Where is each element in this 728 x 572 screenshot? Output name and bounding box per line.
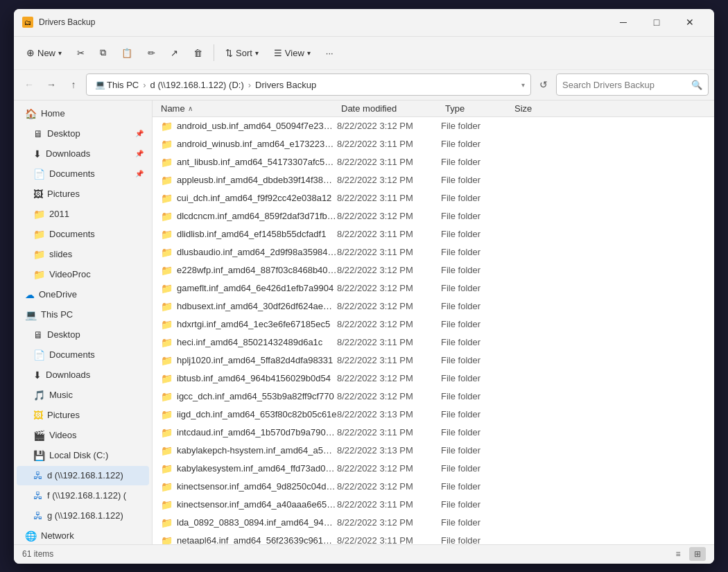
table-row[interactable]: 📁 hdxrtgi.inf_amd64_1ec3e6fe67185ec5 8/2… [153, 315, 714, 333]
sidebar-item-drive-g[interactable]: 🖧 g (\\192.168.1.122) [17, 506, 149, 526]
sidebar-item-drive-f[interactable]: 🖧 f (\\192.168.1.122) ( [17, 486, 149, 505]
table-row[interactable]: 📁 dlidlisb.inf_amd64_ef1458b55dcfadf1 8/… [153, 225, 714, 243]
list-view-button[interactable]: ≡ [670, 547, 686, 561]
file-area: Name ∧ Date modified Type Size 📁 android… [153, 101, 714, 544]
col-header-name[interactable]: Name ∧ [161, 103, 341, 114]
folder-icon: 📁 [161, 121, 173, 132]
sidebar-item-documents3[interactable]: 📄 Documents [17, 345, 149, 365]
table-row[interactable]: 📁 kabylakesystem.inf_amd64_ffd73ad02ace.… [153, 460, 714, 478]
table-row[interactable]: 📁 iigd_dch.inf_amd64_653f80c82b05c61e 8/… [153, 406, 714, 424]
sidebar-item-home[interactable]: 🏠 Home [17, 104, 149, 123]
search-input[interactable] [562, 80, 687, 90]
close-button[interactable]: ✕ [674, 12, 706, 33]
file-name-text: hplj1020.inf_amd64_5ffa82d4dfa98331 [177, 355, 333, 365]
table-row[interactable]: 📁 android_usb.inf_amd64_05094f7e231a9498… [153, 117, 714, 135]
view-button[interactable]: ☰ View ▾ [267, 40, 318, 65]
folder-icon: 📁 [161, 427, 173, 438]
window: 🗂 Drivers Backup ─ □ ✕ ⊕ New ▾ ✂ ⧉ 📋 ✏ ↗ [14, 9, 714, 564]
sort-button[interactable]: ⇅ Sort ▾ [218, 40, 266, 65]
sidebar-item-network[interactable]: 🌐 Network [17, 526, 149, 544]
rename-button[interactable]: ✏ [141, 40, 162, 65]
file-modified: 8/22/2022 3:13 PM [337, 445, 441, 456]
col-header-size[interactable]: Size [514, 103, 570, 114]
copy-button[interactable]: ⧉ [93, 40, 113, 65]
table-row[interactable]: 📁 ibtusb.inf_amd64_964b4156029b0d54 8/22… [153, 370, 714, 388]
path-drive[interactable]: d (\\192.168.1.122) (D:) [148, 78, 247, 92]
sidebar-item-downloads[interactable]: ⬇ Downloads 📌 [17, 144, 149, 164]
sidebar-item-music[interactable]: 🎵 Music [17, 385, 149, 405]
file-modified: 8/22/2022 3:12 PM [337, 283, 441, 293]
cut-button[interactable]: ✂ [70, 40, 92, 65]
sidebar-item-thispc[interactable]: 💻 This PC [17, 305, 149, 324]
table-row[interactable]: 📁 gameflt.inf_amd64_6e426d1efb7a9904 8/2… [153, 279, 714, 297]
sidebar-item-slides[interactable]: 📁 slides [17, 245, 149, 264]
table-row[interactable]: 📁 dlusbaudio.inf_amd64_2d9f98a3598415d1 … [153, 243, 714, 261]
col-header-modified[interactable]: Date modified [341, 103, 445, 114]
sidebar-item-desktop2[interactable]: 🖥 Desktop [17, 325, 149, 345]
folder-icon: 📁 [161, 175, 173, 186]
sidebar-item-2011[interactable]: 📁 2011 [17, 205, 149, 224]
address-path[interactable]: 💻 This PC › d (\\192.168.1.122) (D:) › D… [86, 73, 531, 96]
table-row[interactable]: 📁 lda_0892_0883_0894.inf_amd64_94a0365a.… [153, 514, 714, 532]
view-chevron-icon: ▾ [307, 49, 311, 57]
table-row[interactable]: 📁 kinectsensor.inf_amd64_a40aaa6e65a78ed… [153, 496, 714, 514]
sidebar-item-videoproc[interactable]: 📁 VideoProc [17, 265, 149, 284]
table-row[interactable]: 📁 android_winusb.inf_amd64_e173223db66..… [153, 135, 714, 153]
folder-icon: 📁 [161, 139, 173, 150]
sidebar-item-desktop[interactable]: 🖥 Desktop 📌 [17, 124, 149, 144]
table-row[interactable]: 📁 e228wfp.inf_amd64_887f03c8468b40dd 8/2… [153, 261, 714, 279]
sidebar-item-downloads2[interactable]: ⬇ Downloads [17, 365, 149, 385]
videos-icon: 🎬 [33, 430, 45, 441]
details-view-button[interactable]: ⊞ [689, 547, 706, 561]
table-row[interactable]: 📁 heci.inf_amd64_85021432489d6a1c 8/22/2… [153, 333, 714, 352]
col-header-type[interactable]: Type [445, 103, 514, 114]
sidebar-thispc-label: This PC [41, 309, 73, 320]
sidebar-item-pictures[interactable]: 🖼 Pictures [17, 184, 149, 204]
forward-button[interactable]: → [42, 75, 61, 94]
sort-arrow-icon: ∧ [188, 105, 193, 112]
sidebar-item-onedrive[interactable]: ☁ OneDrive [17, 285, 149, 304]
sidebar-item-local-disk[interactable]: 💾 Local Disk (C:) [17, 446, 149, 465]
file-type: File folder [441, 463, 510, 474]
path-folder[interactable]: Drivers Backup [252, 78, 319, 92]
table-row[interactable]: 📁 igcc_dch.inf_amd64_553b9a82ff9cf770 8/… [153, 388, 714, 406]
file-name-text: appleusb.inf_amd64_dbdeb39f14f38d7a [177, 175, 337, 185]
up-button[interactable]: ↑ [64, 75, 83, 94]
sidebar-item-documents[interactable]: 📄 Documents 📌 [17, 164, 149, 184]
refresh-button[interactable]: ↺ [534, 75, 553, 94]
share-button[interactable]: ↗ [164, 40, 185, 65]
dropdown-arrow[interactable]: ▾ [521, 81, 525, 89]
folder-icon-slides: 📁 [33, 249, 45, 260]
delete-button[interactable]: 🗑 [187, 40, 209, 65]
sidebar-item-videos[interactable]: 🎬 Videos [17, 426, 149, 445]
table-row[interactable]: 📁 intcdaud.inf_amd64_1b570d7b9a790b1a 8/… [153, 424, 714, 442]
more-button[interactable]: ··· [319, 40, 340, 65]
sidebar-pictures2-label: Pictures [47, 410, 80, 420]
folder-icon: 📁 [161, 193, 173, 204]
maximize-button[interactable]: □ [641, 12, 673, 33]
table-row[interactable]: 📁 ant_libusb.inf_amd64_54173307afc55815 … [153, 153, 714, 171]
table-row[interactable]: 📁 appleusb.inf_amd64_dbdeb39f14f38d7a 8/… [153, 171, 714, 189]
folder-icon-2011: 📁 [33, 209, 45, 220]
file-modified: 8/22/2022 3:11 PM [337, 139, 441, 149]
sidebar-item-documents2[interactable]: 📁 Documents [17, 225, 149, 244]
table-row[interactable]: 📁 hdbusext.inf_amd64_30df26df624ae676 8/… [153, 297, 714, 315]
table-row[interactable]: 📁 cui_dch.inf_amd64_f9f92cc42e038a12 8/2… [153, 189, 714, 207]
more-icon: ··· [326, 48, 333, 58]
sidebar-item-drive-d[interactable]: 🖧 d (\\192.168.1.122) [17, 466, 149, 485]
file-type: File folder [441, 211, 510, 221]
path-this-pc[interactable]: 💻 This PC [92, 78, 141, 92]
back-button[interactable]: ← [19, 75, 39, 94]
file-name-text: hdbusext.inf_amd64_30df26df624ae676 [177, 301, 337, 311]
minimize-button[interactable]: ─ [607, 12, 639, 33]
window-title: Drivers Backup [39, 17, 607, 27]
table-row[interactable]: 📁 kabylakepch-hsystem.inf_amd64_a5046a..… [153, 442, 714, 460]
table-row[interactable]: 📁 dlcdcncm.inf_amd64_859f2daf3d71fbb7 8/… [153, 207, 714, 225]
paste-button[interactable]: 📋 [114, 40, 139, 65]
table-row[interactable]: 📁 netaapl64.inf_amd64_56f23639c9617984 8… [153, 532, 714, 544]
sidebar-item-pictures2[interactable]: 🖼 Pictures [17, 406, 149, 425]
new-button[interactable]: ⊕ New ▾ [19, 40, 69, 65]
search-box[interactable]: 🔍 [556, 73, 709, 96]
table-row[interactable]: 📁 hplj1020.inf_amd64_5ffa82d4dfa98331 8/… [153, 352, 714, 370]
table-row[interactable]: 📁 kinectsensor.inf_amd64_9d8250c04db773.… [153, 478, 714, 496]
